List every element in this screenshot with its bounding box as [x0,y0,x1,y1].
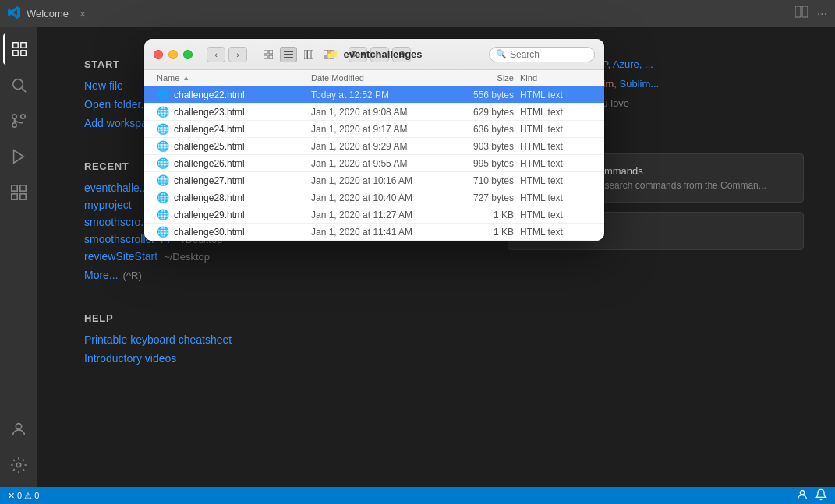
file-row[interactable]: 🌐 challenge23.html Jan 1, 2020 at 9:08 A… [144,104,604,121]
bell-icon[interactable] [815,488,827,503]
file-row[interactable]: 🌐 challenge22.html Today at 12:52 PM 556… [144,86,604,104]
file-size: 1 KB [451,210,514,220]
notification-icon[interactable] [796,488,808,503]
svg-rect-4 [13,51,18,55]
icon-view-button[interactable] [260,47,277,62]
file-date: Jan 1, 2020 at 9:55 AM [311,158,451,169]
file-name: challenge24.html [174,124,311,135]
error-count[interactable]: ✕ 0 ⚠ 0 [8,491,39,501]
more-actions-icon[interactable]: ··· [817,7,827,21]
file-row[interactable]: 🌐 challenge29.html Jan 1, 2020 at 11:27 … [144,206,604,224]
file-name: challenge29.html [174,210,311,220]
minimize-window-button[interactable] [168,50,178,59]
file-name: challenge27.html [174,175,311,186]
recent-name-3[interactable]: smoothscro... [84,216,150,228]
finder-folder-name: eventchallenges [343,48,422,60]
file-icon: 🌐 [157,89,169,100]
file-size: 556 bytes [451,90,514,100]
file-kind: HTML text [514,227,592,238]
svg-point-18 [800,490,804,494]
svg-rect-25 [284,57,293,58]
sort-arrow: ▲ [182,74,189,82]
svg-rect-21 [264,55,267,59]
file-row[interactable]: 🌐 challenge25.html Jan 1, 2020 at 9:29 A… [144,138,604,155]
name-label: Name [157,73,179,83]
svg-point-6 [13,79,23,90]
recent-item-5: reviewSiteStart ~/Desktop [84,250,430,263]
file-name: challenge28.html [174,192,311,203]
file-name: challenge25.html [174,141,311,152]
file-date: Jan 1, 2020 at 11:27 AM [311,210,451,220]
file-name: challenge26.html [174,158,311,169]
file-date: Jan 1, 2020 at 9:17 AM [311,124,451,135]
file-name: challenge22.html [174,90,311,100]
svg-rect-23 [284,51,293,52]
svg-rect-2 [13,43,18,48]
file-row[interactable]: 🌐 challenge28.html Jan 1, 2020 at 10:40 … [144,189,604,206]
file-date: Jan 1, 2020 at 11:41 AM [311,227,451,238]
svg-point-8 [12,115,17,119]
file-size: 727 bytes [451,192,514,203]
file-row[interactable]: 🌐 challenge27.html Jan 1, 2020 at 10:16 … [144,172,604,189]
title-bar: Welcome × ··· [0,0,835,27]
recent-name-2[interactable]: myproject [84,199,132,211]
recent-path-5: ~/Desktop [164,251,210,263]
split-editor-icon[interactable] [795,6,808,22]
recent-name-1[interactable]: eventchalle... [84,182,149,194]
svg-point-16 [16,424,21,429]
activity-bar-files[interactable] [3,33,34,65]
svg-rect-0 [795,6,801,17]
activity-bar-account[interactable] [3,414,34,445]
activity-bar-search[interactable] [3,69,34,100]
status-bar: ✕ 0 ⚠ 0 [0,487,835,504]
file-size: 629 bytes [451,107,514,118]
finder-search-box[interactable]: 🔍 [489,47,595,62]
maximize-window-button[interactable] [183,50,193,59]
activity-bar-extensions[interactable] [3,177,34,208]
col-header-date[interactable]: Date Modified [311,73,451,83]
back-button[interactable]: ‹ [207,47,225,62]
keyboard-cheatsheet-link[interactable]: Printable keyboard cheatsheet [84,333,430,346]
file-icon: 🌐 [157,192,169,203]
file-icon: 🌐 [157,209,169,220]
search-icon: 🔍 [496,49,507,59]
file-row[interactable]: 🌐 challenge24.html Jan 1, 2020 at 9:17 A… [144,121,604,138]
file-row[interactable]: 🌐 challenge30.html Jan 1, 2020 at 11:41 … [144,224,604,241]
close-window-button[interactable] [154,50,163,59]
traffic-lights [154,50,193,59]
svg-rect-13 [20,185,26,191]
file-row[interactable]: 🌐 challenge26.html Jan 1, 2020 at 9:55 A… [144,155,604,172]
file-size: 636 bytes [451,124,514,135]
recent-name-5[interactable]: reviewSiteStart [84,250,157,263]
finder-column-headers: Name ▲ Date Modified Size Kind [144,70,604,86]
activity-bar-source-control[interactable] [3,105,34,136]
svg-rect-19 [264,50,267,54]
file-kind: HTML text [514,158,592,169]
intro-videos-link[interactable]: Introductory videos [84,352,430,365]
list-view-button[interactable] [280,47,297,62]
svg-rect-22 [269,55,273,59]
more-shortcut: (^R) [123,270,142,281]
finder-window: ‹ › ⚙ ▾ ↑ ⊖ 📁 eventchallenges [144,39,604,241]
file-icon: 🌐 [157,157,169,169]
file-date: Jan 1, 2020 at 9:08 AM [311,107,451,118]
search-input[interactable] [510,49,588,60]
file-kind: HTML text [514,141,592,152]
col-header-name[interactable]: Name ▲ [157,73,311,83]
error-icon: ✕ [8,491,15,501]
tab-close-button[interactable]: × [80,8,86,20]
col-header-size[interactable]: Size [451,73,514,83]
activity-bar-settings[interactable] [3,449,34,481]
col-header-kind[interactable]: Kind [514,73,592,83]
file-date: Jan 1, 2020 at 9:29 AM [311,141,451,152]
svg-rect-27 [308,50,310,59]
tab-title: Welcome [27,8,69,19]
file-icon: 🌐 [157,226,169,238]
more-link[interactable]: More... [84,269,119,281]
svg-rect-24 [284,54,293,55]
file-list: 🌐 challenge22.html Today at 12:52 PM 556… [144,86,604,241]
forward-button[interactable]: › [228,47,247,62]
activity-bar-run[interactable] [3,141,34,172]
column-view-button[interactable] [300,47,317,62]
svg-rect-5 [21,51,26,55]
